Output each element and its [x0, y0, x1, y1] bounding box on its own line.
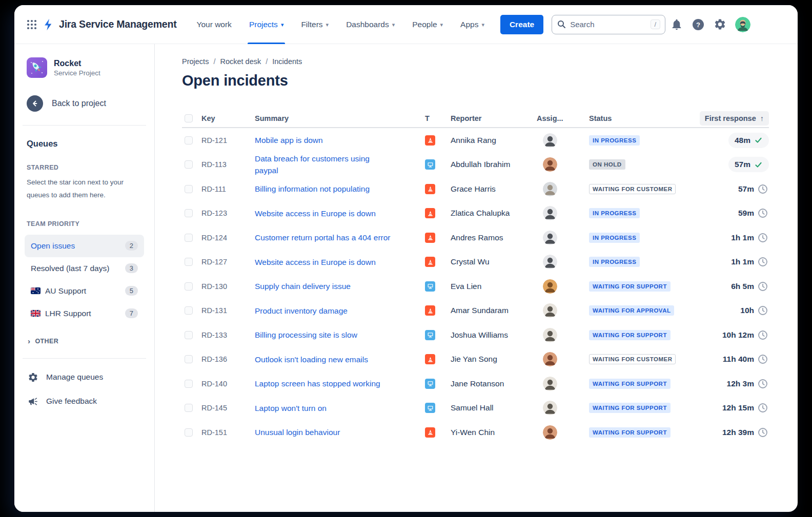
column-header-key[interactable]: Key [201, 114, 255, 122]
issue-summary-link[interactable]: Laptop screen has stopped working [255, 379, 380, 388]
issue-summary-link[interactable]: Website access in Europe is down [255, 209, 376, 218]
gear-icon [28, 372, 38, 383]
status-badge[interactable]: IN PROGRESS [589, 233, 640, 243]
issue-summary-link[interactable]: Website access in Europe is down [255, 258, 376, 266]
queue-list: Open issues2Resolved (last 7 days)3AU Su… [25, 235, 144, 325]
row-checkbox[interactable] [185, 160, 193, 169]
chevron-down-icon: ▾ [392, 20, 395, 28]
row-checkbox[interactable] [185, 306, 193, 315]
breadcrumb-item-incidents[interactable]: Incidents [272, 57, 302, 66]
issue-summary-link[interactable]: Billing processing site is slow [255, 330, 357, 339]
manage-queues-button[interactable]: Manage queues [28, 372, 144, 383]
response-time: 59m [738, 209, 754, 218]
breadcrumb-item-rocket-desk[interactable]: Rocket desk [220, 57, 261, 66]
issue-summary-link[interactable]: Billing information not populating [255, 184, 370, 193]
column-header-type[interactable]: T [425, 114, 451, 122]
sidebar-item-open-issues[interactable]: Open issues2 [25, 235, 144, 257]
status-badge[interactable]: IN PROGRESS [589, 257, 640, 267]
status-badge[interactable]: WAITING FOR APPROVAL [589, 305, 674, 316]
issue-summary-link[interactable]: Data breach for customers using paypal [255, 153, 394, 177]
assignee-avatar[interactable] [543, 157, 557, 172]
reporter-name: Yi-Wen Chin [451, 428, 537, 437]
issue-summary-link[interactable]: Mobile app is down [255, 136, 323, 144]
row-checkbox[interactable] [185, 355, 193, 363]
status-badge[interactable]: WAITING FOR SUPPORT [589, 379, 671, 389]
nav-item-your-work[interactable]: Your work [188, 5, 240, 44]
assignee-avatar[interactable] [543, 328, 557, 342]
issue-summary-link[interactable]: Customer return portal has a 404 error [255, 233, 390, 242]
nav-item-people[interactable]: People▾ [403, 5, 452, 44]
queue-label: Resolved (last 7 days) [31, 264, 125, 273]
row-checkbox[interactable] [185, 404, 193, 412]
column-header-reporter[interactable]: Reporter [451, 114, 537, 122]
row-checkbox[interactable] [185, 331, 193, 339]
queue-label: Open issues [31, 241, 125, 251]
app-switcher-button[interactable] [22, 14, 42, 35]
issue-summary-link[interactable]: Outlook isn't loading new emails [255, 355, 368, 364]
assignee-avatar[interactable] [543, 352, 557, 366]
issue-summary-link[interactable]: Unusual login behaviour [255, 428, 340, 437]
assignee-avatar[interactable] [543, 206, 557, 220]
reporter-name: Jie Yan Song [451, 355, 537, 364]
search-box[interactable]: Search / [552, 15, 665, 34]
settings-button[interactable] [709, 14, 730, 35]
row-checkbox[interactable] [185, 209, 193, 217]
issue-summary-link[interactable]: Product inventory damage [255, 306, 348, 315]
row-checkbox[interactable] [185, 258, 193, 266]
row-checkbox[interactable] [185, 185, 193, 193]
nav-item-projects[interactable]: Projects▾ [240, 5, 293, 44]
assignee-avatar[interactable] [543, 377, 557, 391]
column-header-assignee[interactable]: Assig... [537, 114, 589, 122]
column-header-status[interactable]: Status [589, 114, 689, 122]
nav-item-apps[interactable]: Apps▾ [452, 5, 493, 44]
row-checkbox[interactable] [185, 136, 193, 144]
sla-clock-icon [758, 379, 768, 389]
user-avatar[interactable] [735, 17, 750, 32]
status-badge[interactable]: WAITING FOR CUSTOMER [589, 354, 676, 364]
breadcrumb-item-projects[interactable]: Projects [182, 57, 209, 66]
column-header-first-response[interactable]: First response ↑ [700, 111, 769, 126]
assignee-avatar[interactable] [543, 231, 557, 245]
table-row-rd-151: RD-151Unusual login behaviourYi-Wen Chin… [182, 420, 769, 445]
nav-item-label: Projects [249, 20, 278, 29]
assignee-avatar[interactable] [543, 182, 557, 196]
sidebar-item-other[interactable]: › OTHER [28, 337, 144, 346]
status-badge[interactable]: WAITING FOR CUSTOMER [589, 184, 676, 194]
status-badge[interactable]: WAITING FOR SUPPORT [589, 427, 671, 438]
nav-item-filters[interactable]: Filters▾ [292, 5, 337, 44]
project-header[interactable]: Rocket Service Project [25, 57, 144, 78]
assignee-avatar[interactable] [543, 401, 557, 415]
assignee-avatar[interactable] [543, 255, 557, 269]
nav-item-dashboards[interactable]: Dashboards▾ [337, 5, 403, 44]
assignee-avatar[interactable] [543, 279, 557, 294]
status-badge[interactable]: IN PROGRESS [589, 208, 640, 218]
notifications-button[interactable] [666, 14, 687, 35]
sidebar-item-au-support[interactable]: AU Support5 [25, 280, 144, 302]
assignee-avatar[interactable] [543, 303, 557, 318]
back-to-project-button[interactable]: Back to project [25, 95, 144, 112]
issue-summary-link[interactable]: Supply chain delivery issue [255, 282, 351, 291]
status-badge[interactable]: WAITING FOR SUPPORT [589, 403, 671, 413]
row-checkbox[interactable] [185, 428, 193, 437]
sidebar-item-resolved-last-7-days[interactable]: Resolved (last 7 days)3 [25, 257, 144, 280]
row-checkbox[interactable] [185, 380, 193, 388]
help-button[interactable]: ? [688, 14, 708, 35]
assignee-avatar[interactable] [543, 425, 557, 440]
give-feedback-button[interactable]: Give feedback [28, 396, 144, 407]
select-all-checkbox[interactable] [185, 114, 193, 122]
row-checkbox[interactable] [185, 234, 193, 242]
status-badge[interactable]: ON HOLD [589, 159, 625, 170]
column-header-summary[interactable]: Summary [255, 114, 425, 122]
sidebar-item-lhr-support[interactable]: LHR Support7 [25, 302, 144, 325]
assignee-avatar[interactable] [543, 133, 557, 148]
manage-queues-label: Manage queues [46, 373, 103, 382]
row-checkbox[interactable] [185, 282, 193, 291]
brand[interactable]: Jira Service Management [43, 18, 177, 31]
status-badge[interactable]: IN PROGRESS [589, 135, 640, 146]
issue-key: RD-140 [201, 380, 255, 388]
create-button[interactable]: Create [500, 15, 543, 34]
status-badge[interactable]: WAITING FOR SUPPORT [589, 281, 671, 292]
table-row-rd-123: RD-123Website access in Europe is downZl… [182, 201, 769, 226]
status-badge[interactable]: WAITING FOR SUPPORT [589, 330, 671, 340]
issue-summary-link[interactable]: Laptop won't turn on [255, 404, 327, 412]
